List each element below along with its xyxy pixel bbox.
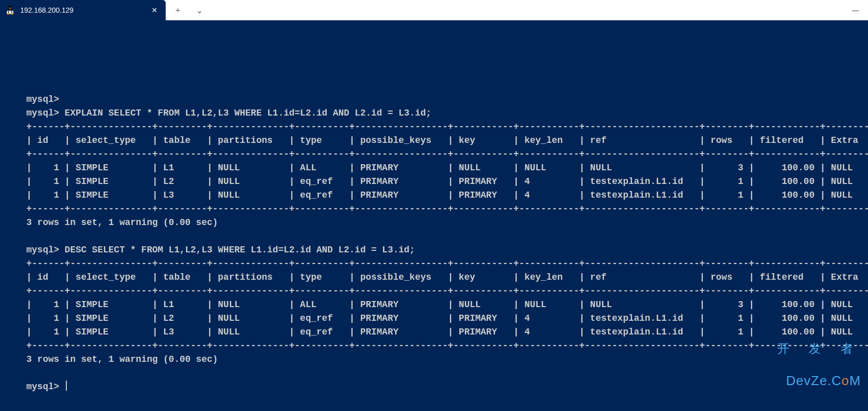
svg-point-6 bbox=[9, 8, 10, 9]
active-tab[interactable]: 192.168.200.129 ✕ bbox=[0, 0, 166, 20]
tab-actions: ＋ ⌄ bbox=[166, 0, 209, 20]
terminal[interactable]: mysql> mysql> EXPLAIN SELECT * FROM L1,L… bbox=[0, 20, 868, 411]
svg-point-9 bbox=[11, 13, 14, 14]
watermark-line1: 开 发 者 bbox=[777, 342, 861, 355]
watermark-line2: DevZe.CoM bbox=[777, 374, 861, 388]
minimize-button[interactable]: — bbox=[843, 0, 868, 20]
window-controls: — bbox=[843, 0, 868, 20]
terminal-output: mysql> mysql> EXPLAIN SELECT * FROM L1,L… bbox=[0, 52, 868, 394]
svg-point-8 bbox=[7, 13, 9, 14]
svg-point-7 bbox=[11, 8, 11, 9]
new-tab-button[interactable]: ＋ bbox=[168, 0, 188, 20]
watermark: 开 发 者 DevZe.CoM bbox=[777, 323, 861, 407]
cursor bbox=[66, 381, 67, 391]
titlebar-spacer bbox=[209, 0, 843, 20]
tux-icon bbox=[5, 5, 15, 15]
tab-dropdown-button[interactable]: ⌄ bbox=[189, 0, 209, 20]
svg-point-3 bbox=[9, 11, 11, 14]
close-tab-button[interactable]: ✕ bbox=[149, 6, 160, 14]
tab-title: 192.168.200.129 bbox=[20, 6, 149, 14]
titlebar: 192.168.200.129 ✕ ＋ ⌄ — bbox=[0, 0, 868, 20]
